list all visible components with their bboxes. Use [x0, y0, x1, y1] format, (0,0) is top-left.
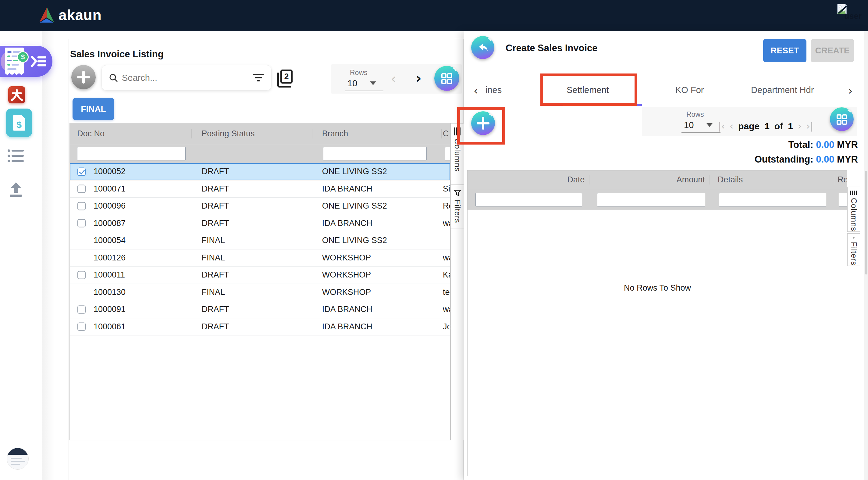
- table-row[interactable]: 1000087 DRAFT IDA BRANCH wa: [70, 215, 450, 232]
- date-filter-input[interactable]: [475, 193, 582, 206]
- customer-filter-input[interactable]: [445, 147, 450, 160]
- cell-branch: IDA BRANCH: [312, 305, 442, 314]
- table-row[interactable]: 1000054 FINAL ONE LIVING SS2: [70, 232, 450, 249]
- cell-customer: te: [442, 288, 450, 297]
- row-checkbox[interactable]: [78, 168, 86, 176]
- row-checkbox[interactable]: [78, 271, 86, 279]
- da-character-icon: [10, 88, 24, 102]
- prev-page-button[interactable]: ‹: [730, 121, 733, 131]
- rows-per-page-value[interactable]: 10: [684, 120, 694, 130]
- final-filter-button[interactable]: FINAL: [72, 98, 114, 120]
- col-amount[interactable]: Amount: [589, 175, 710, 184]
- page-word: page: [738, 121, 760, 131]
- cell-doc-no: 1000126: [94, 253, 126, 262]
- filters-side-tab[interactable]: Filters: [847, 233, 860, 266]
- brand-name: akaun: [59, 7, 101, 24]
- details-filter-input[interactable]: [719, 193, 826, 206]
- cell-posting-status: DRAFT: [192, 167, 312, 176]
- row-checkbox[interactable]: [78, 323, 86, 331]
- grid-icon: [441, 72, 453, 85]
- app-root: akaun user $: [0, 0, 868, 480]
- cell-posting-status: DRAFT: [192, 184, 312, 193]
- drawer-scrollbar[interactable]: [864, 31, 868, 480]
- amount-filter-input[interactable]: [597, 193, 705, 206]
- table-row[interactable]: 1000061 DRAFT IDA BRANCH Jo: [70, 319, 450, 336]
- table-row[interactable]: 1000071 DRAFT IDA BRANCH Si: [70, 181, 450, 198]
- cell-customer: Jo: [442, 322, 450, 331]
- col-customer[interactable]: C: [442, 129, 450, 139]
- col-details[interactable]: Details: [710, 175, 835, 184]
- table-row[interactable]: 1000091 DRAFT IDA BRANCH wa: [70, 301, 450, 319]
- last-page-button[interactable]: ›|: [806, 121, 813, 131]
- col-branch[interactable]: Branch: [312, 129, 442, 139]
- remarks-filter-input[interactable]: [839, 193, 847, 206]
- tabs-scroll-right[interactable]: ›: [848, 85, 852, 97]
- row-checkbox[interactable]: [78, 305, 86, 313]
- table-row[interactable]: 1000052 DRAFT ONE LIVING SS2: [70, 163, 450, 181]
- page-title: Sales Invoice Listing: [70, 49, 164, 60]
- branch-filter-input[interactable]: [323, 147, 427, 160]
- filter-lines-icon[interactable]: [253, 74, 264, 82]
- grid-view-button[interactable]: [434, 66, 459, 91]
- settlement-grid-view-button[interactable]: [830, 107, 854, 131]
- create-button[interactable]: CREATE: [811, 39, 854, 62]
- cell-posting-status: FINAL: [192, 288, 312, 297]
- akaun-triangle-icon: [38, 7, 55, 23]
- tab-department-hdr[interactable]: Department Hdr: [751, 85, 814, 95]
- row-checkbox[interactable]: [78, 202, 86, 210]
- sidebar-item-upload[interactable]: [8, 182, 24, 199]
- sidebar-item-listing[interactable]: [7, 149, 25, 165]
- top-navbar: akaun user: [0, 0, 868, 31]
- filter-funnel-icon: [454, 190, 461, 197]
- tab-settlement[interactable]: Settlement: [566, 85, 609, 95]
- tabs-scroll-left[interactable]: ‹: [474, 85, 478, 97]
- first-page-button[interactable]: |‹: [718, 121, 725, 131]
- row-checkbox[interactable]: [78, 185, 86, 193]
- table-row[interactable]: 1000096 DRAFT ONE LIVING SS2 Re: [70, 198, 450, 215]
- table-row[interactable]: 1000126 FINAL WORKSHOP wa: [70, 249, 450, 267]
- tab-ko-for[interactable]: KO For: [675, 85, 704, 95]
- upload-icon: [8, 182, 24, 198]
- sidebar-item-invoice-app[interactable]: $: [6, 109, 32, 137]
- tab-lines[interactable]: ines: [486, 85, 502, 95]
- scrollbar-thumb[interactable]: [865, 171, 867, 274]
- sidebar-active-app-pill[interactable]: $: [0, 46, 53, 77]
- col-date[interactable]: Date: [467, 175, 589, 184]
- sidebar-item-da-app[interactable]: [8, 86, 25, 103]
- cell-posting-status: DRAFT: [192, 322, 312, 331]
- search-input[interactable]: [122, 73, 249, 83]
- next-page-button[interactable]: ›: [798, 121, 802, 131]
- rows-label: Rows: [350, 69, 368, 77]
- cell-posting-status: DRAFT: [192, 201, 312, 211]
- doc-no-filter-input[interactable]: [77, 147, 186, 160]
- cell-doc-no: 1000054: [94, 236, 126, 245]
- invoice-table: Doc No Posting Status Branch C 1000052 D…: [69, 123, 451, 440]
- back-button[interactable]: [471, 36, 494, 59]
- brand-logo[interactable]: akaun: [38, 7, 101, 24]
- cell-posting-status: DRAFT: [192, 305, 312, 314]
- rows-dropdown-caret[interactable]: [370, 82, 376, 85]
- outstanding-value: 0.00: [816, 154, 834, 165]
- sidebar-bottom-thumbnail[interactable]: [7, 448, 29, 470]
- col-remarks[interactable]: Re: [835, 175, 847, 184]
- col-doc-no[interactable]: Doc No: [70, 129, 192, 139]
- settlement-table-header: Date Amount Details Re: [467, 171, 847, 189]
- active-tab-indicator: [563, 104, 642, 106]
- columns-side-tab[interactable]: Columns: [451, 123, 464, 184]
- rows-per-page-value[interactable]: 10: [347, 79, 357, 88]
- table-row[interactable]: 1000011 DRAFT WORKSHOP Ka: [70, 267, 450, 284]
- reset-button[interactable]: RESET: [763, 39, 806, 62]
- prev-page-button[interactable]: ‹: [391, 72, 396, 86]
- filters-side-tab[interactable]: Filters: [451, 186, 464, 229]
- col-posting-status[interactable]: Posting Status: [192, 129, 312, 139]
- add-settlement-row-button[interactable]: [471, 111, 495, 135]
- add-invoice-button[interactable]: [71, 65, 96, 89]
- window-count-icon[interactable]: 2: [277, 69, 294, 88]
- next-page-button[interactable]: ›: [416, 71, 422, 85]
- table-row[interactable]: 1000130 FINAL WORKSHOP te: [70, 284, 450, 301]
- columns-side-tab[interactable]: Columns: [847, 187, 860, 232]
- row-checkbox[interactable]: [78, 219, 86, 228]
- rows-dropdown-caret[interactable]: [707, 123, 713, 127]
- cell-posting-status: FINAL: [192, 253, 312, 263]
- search-box[interactable]: [101, 65, 272, 91]
